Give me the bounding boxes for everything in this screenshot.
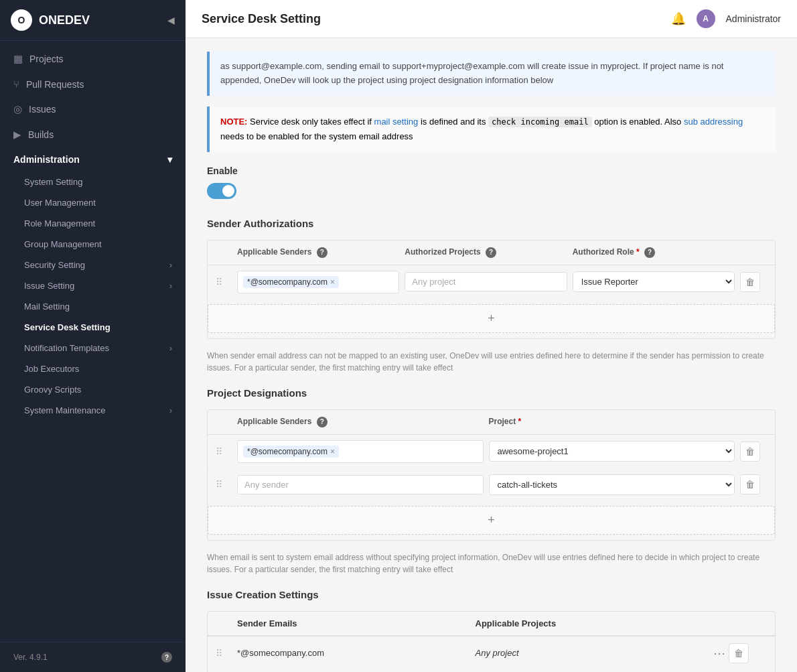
notification-icon[interactable]: 🔔 — [671, 11, 686, 26]
applicable-senders-help-icon[interactable]: ? — [317, 247, 328, 258]
info-text: as support@example.com, sending email to… — [220, 61, 723, 85]
proj-select-2[interactable]: catch-all-tickets — [489, 474, 735, 495]
system-maintenance-label: System Maintenance — [24, 405, 105, 415]
top-bar-right: 🔔 A Administrator — [671, 9, 781, 28]
chevron-right-icon: › — [169, 260, 172, 270]
proj-senders-help-icon[interactable]: ? — [317, 417, 328, 427]
chevron-right-icon: › — [169, 343, 172, 353]
proj-project-header: Project * — [489, 417, 735, 427]
proj-row-1: ⠿ *@somecompany.com × awesome-project1 🗑 — [208, 435, 775, 469]
sidebar-item-issue-setting[interactable]: Issue Setting › — [0, 275, 186, 296]
sidebar-item-label: Pull Requests — [26, 79, 84, 90]
sidebar-item-label: Projects — [29, 54, 64, 64]
issue-creation-title: Issue Creation Settings — [207, 589, 776, 600]
mail-setting-label: Mail Setting — [24, 301, 70, 312]
enable-section: Enable — [207, 165, 776, 202]
authorized-role-select[interactable]: Issue Reporter — [573, 271, 735, 292]
sidebar-item-label: Issues — [29, 104, 56, 115]
note-code: check incoming email — [488, 117, 592, 127]
user-management-label: User Management — [24, 198, 96, 208]
info-block: as support@example.com, sending email to… — [207, 52, 776, 96]
app-logo[interactable]: O ONEDEV — [11, 9, 90, 31]
notification-templates-label: Notification Templates — [24, 343, 109, 353]
issue-projects-header: Applicable Projects — [476, 618, 709, 628]
drag-handle[interactable]: ⠿ — [216, 277, 232, 287]
sidebar-item-system-setting[interactable]: System Setting — [0, 172, 186, 192]
pull-requests-icon: ⑂ — [13, 78, 19, 90]
add-auth-row-button[interactable]: + — [208, 304, 775, 333]
issue-row-1-project: Any project — [476, 648, 709, 658]
sidebar-header: O ONEDEV ◀ — [0, 0, 186, 41]
sidebar-item-notification-templates[interactable]: Notification Templates › — [0, 338, 186, 358]
sidebar-item-pull-requests[interactable]: ⑂ Pull Requests — [0, 72, 186, 96]
sidebar-item-security-setting[interactable]: Security Setting › — [0, 255, 186, 275]
sidebar-item-group-management[interactable]: Group Management — [0, 234, 186, 255]
logo-icon: O — [11, 9, 32, 31]
proj-select-1[interactable]: awesome-project1 — [489, 441, 735, 462]
issues-icon: ◎ — [13, 103, 22, 115]
delete-proj-row-1-button[interactable]: 🗑 — [740, 442, 760, 462]
issue-row-1-more-button[interactable]: ⋯ — [713, 646, 726, 661]
sidebar-item-groovy-scripts[interactable]: Groovy Scripts — [0, 379, 186, 400]
proj-select-wrap-2: catch-all-tickets — [489, 474, 735, 495]
sender-tag-value: *@somecompany.com — [247, 277, 328, 287]
issue-sender-header: Sender Emails — [237, 618, 470, 628]
note-text2: is defined and its — [421, 117, 488, 127]
auth-row: ⠿ *@somecompany.com × Issue Reporter 🗑 — [208, 265, 775, 299]
sender-auth-table: Applicable Senders ? Authorized Projects… — [207, 240, 776, 339]
delete-auth-row-button[interactable]: 🗑 — [740, 272, 760, 292]
sender-tag: *@somecompany.com × — [243, 276, 339, 288]
delete-proj-row-2-button[interactable]: 🗑 — [740, 474, 760, 494]
sidebar-item-system-maintenance[interactable]: System Maintenance › — [0, 400, 186, 421]
drag-col-header — [216, 247, 232, 258]
note-text3: option is enabled. Also — [594, 117, 684, 127]
chevron-down-icon: ▾ — [167, 154, 172, 165]
sidebar-item-user-management[interactable]: User Management — [0, 192, 186, 213]
sidebar-item-role-management[interactable]: Role Management — [0, 213, 186, 234]
drag-handle[interactable]: ⠿ — [216, 648, 232, 659]
issue-drag-col — [216, 618, 232, 628]
issue-row-1-sender: *@somecompany.com — [237, 648, 470, 658]
projects-icon: ▦ — [13, 53, 23, 65]
required-star2: * — [518, 417, 522, 426]
tag-remove-icon[interactable]: × — [330, 447, 335, 456]
sidebar-item-projects[interactable]: ▦ Projects — [0, 46, 186, 72]
authorized-projects-input[interactable] — [405, 272, 567, 291]
drag-handle[interactable]: ⠿ — [216, 479, 232, 490]
group-management-label: Group Management — [24, 239, 102, 249]
sidebar-item-service-desk-setting[interactable]: Service Desk Setting — [0, 317, 186, 338]
delete-issue-row-1-button[interactable]: 🗑 — [729, 643, 749, 663]
drag-col-header — [216, 417, 232, 427]
sidebar-item-mail-setting[interactable]: Mail Setting — [0, 296, 186, 317]
add-proj-row-button[interactable]: + — [208, 506, 775, 535]
note-text1: Service desk only takes effect if — [250, 117, 374, 127]
issue-row-1: ⠿ *@somecompany.com Any project ⋯ 🗑 — [208, 636, 775, 671]
main-area: Service Desk Setting 🔔 A Administrator a… — [186, 0, 797, 672]
version-label: Ver. 4.9.1 — [13, 653, 48, 662]
sidebar-collapse-button[interactable]: ◀ — [167, 15, 175, 25]
sidebar-section-administration[interactable]: Administration ▾ — [0, 147, 186, 172]
sidebar-item-builds[interactable]: ▶ Builds — [0, 122, 186, 147]
authorized-role-select-wrap: Issue Reporter — [573, 271, 735, 292]
proj-sender-tag-value-1: *@somecompany.com — [247, 447, 328, 456]
applicable-senders-header: Applicable Senders ? — [237, 247, 399, 258]
sub-addressing-link[interactable]: sub addressing — [684, 117, 743, 127]
sender-tag-input[interactable]: *@somecompany.com × — [237, 271, 399, 293]
tag-remove-icon[interactable]: × — [330, 277, 335, 287]
groovy-scripts-label: Groovy Scripts — [24, 385, 81, 395]
help-icon[interactable]: ? — [161, 652, 172, 663]
proj-sender-tag-input-1[interactable]: *@somecompany.com × — [237, 440, 484, 463]
enable-toggle[interactable] — [207, 183, 236, 199]
sidebar-item-issues[interactable]: ◎ Issues — [0, 96, 186, 122]
issue-creation-table: Sender Emails Applicable Projects ⠿ *@so… — [207, 611, 776, 672]
authorized-role-help-icon[interactable]: ? — [644, 247, 655, 258]
user-avatar: A — [697, 9, 715, 28]
sidebar-item-job-executors[interactable]: Job Executors — [0, 358, 186, 379]
project-designations-table: Applicable Senders ? Project * ⠿ *@somec… — [207, 409, 776, 541]
drag-handle[interactable]: ⠿ — [216, 446, 232, 457]
proj-sender-input-2[interactable] — [237, 475, 484, 494]
mail-setting-link[interactable]: mail setting — [374, 117, 419, 127]
authorized-projects-help-icon[interactable]: ? — [486, 247, 496, 258]
issue-row-1-actions: ⋯ 🗑 — [713, 643, 767, 663]
sidebar-item-label: Builds — [28, 129, 54, 140]
